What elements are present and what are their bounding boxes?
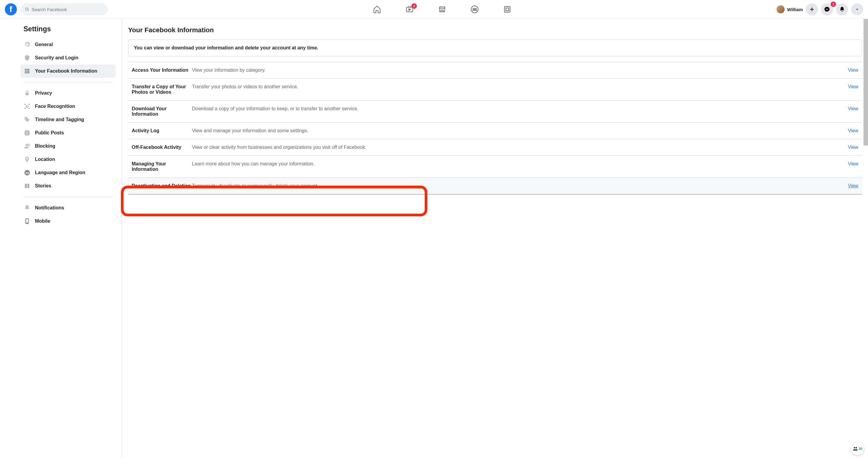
sidebar-item-timeline[interactable]: Timeline and Tagging	[21, 113, 116, 126]
sidebar-item-location[interactable]: Location	[21, 153, 116, 166]
sidebar-item-stories[interactable]: Stories	[21, 179, 116, 193]
sidebar-item-label: Mobile	[35, 219, 50, 224]
grid-icon	[24, 67, 31, 75]
watch-icon[interactable]: 3	[405, 5, 414, 13]
view-link[interactable]: View	[848, 106, 858, 111]
view-link[interactable]: View	[848, 128, 858, 133]
sidebar-item-label: Language and Region	[35, 170, 85, 175]
row-activity-log: Activity Log View and manage your inform…	[128, 123, 862, 139]
svg-line-1	[28, 10, 29, 11]
row-title: Deactivation and Deletion	[132, 183, 192, 189]
svg-point-33	[854, 447, 855, 449]
notifications-button[interactable]	[836, 3, 848, 15]
scrollbar[interactable]	[864, 19, 868, 145]
row-desc: View or clear activity from businesses a…	[192, 144, 840, 150]
svg-point-7	[473, 8, 474, 10]
sidebar-item-label: Timeline and Tagging	[35, 117, 84, 122]
svg-point-8	[475, 8, 476, 10]
view-link[interactable]: View	[848, 84, 858, 89]
svg-rect-17	[27, 70, 28, 72]
row-title: Managing Your Information	[132, 161, 192, 172]
sidebar-item-label: General	[35, 42, 53, 47]
sidebar-item-general[interactable]: General	[21, 38, 116, 51]
row-title: Transfer a Copy of Your Photos or Videos	[132, 84, 192, 95]
mobile-icon	[24, 218, 31, 225]
messenger-icon	[824, 6, 830, 12]
sidebar-item-security[interactable]: Security and Login	[21, 51, 116, 64]
view-link[interactable]: View	[848, 183, 858, 188]
chat-widget[interactable]: 20	[851, 442, 864, 455]
shield-icon	[24, 54, 31, 62]
row-managing: Managing Your Information Learn more abo…	[128, 156, 862, 178]
sidebar-item-blocking[interactable]: Blocking	[21, 139, 116, 153]
chat-count: 20	[859, 447, 862, 451]
row-desc: View and manage your information and som…	[192, 128, 840, 133]
gear-icon	[24, 41, 31, 48]
row-download: Download Your Information Download a cop…	[128, 101, 862, 123]
row-title: Off-Facebook Activity	[132, 144, 192, 150]
info-table: Access Your Information View your inform…	[128, 62, 862, 195]
face-scan-icon	[24, 103, 31, 110]
sidebar-item-label: Stories	[35, 183, 51, 189]
row-title: Activity Log	[132, 128, 192, 133]
view-link[interactable]: View	[848, 161, 858, 166]
svg-marker-3	[409, 9, 410, 10]
svg-rect-9	[504, 7, 510, 12]
svg-text:Aa: Aa	[25, 171, 29, 174]
svg-point-32	[27, 223, 27, 223]
content-wrap: Settings General Security and Login Your…	[0, 19, 868, 458]
block-icon	[24, 142, 31, 150]
search-input[interactable]	[32, 7, 104, 12]
row-deactivation: Deactivation and Deletion Temporarily de…	[128, 178, 862, 195]
sidebar-item-your-information[interactable]: Your Facebook Information	[21, 64, 116, 78]
marketplace-icon[interactable]	[438, 5, 446, 13]
svg-line-28	[28, 144, 30, 146]
people-icon	[852, 446, 858, 451]
sidebar-item-language[interactable]: Aa Language and Region	[21, 166, 116, 179]
view-link[interactable]: View	[848, 67, 858, 73]
groups-icon[interactable]	[470, 5, 479, 13]
svg-rect-19	[25, 72, 26, 73]
info-banner: You can view or download your informatio…	[128, 39, 862, 56]
row-desc: Temporarily deactivate or permanently de…	[192, 183, 840, 189]
svg-point-24	[28, 106, 28, 106]
sidebar-item-label: Privacy	[35, 90, 52, 96]
create-button[interactable]	[806, 3, 818, 15]
bell-icon	[839, 6, 845, 12]
avatar	[776, 5, 785, 13]
svg-rect-14	[27, 69, 28, 70]
row-desc: Learn more about how you can manage your…	[192, 161, 840, 167]
book-icon	[24, 182, 31, 190]
sidebar-item-face-recognition[interactable]: Face Recognition	[21, 100, 116, 113]
svg-rect-10	[506, 8, 508, 10]
view-link[interactable]: View	[848, 144, 858, 150]
messenger-badge: 1	[831, 1, 836, 7]
svg-rect-21	[28, 72, 30, 73]
plus-icon	[809, 6, 815, 12]
search-icon	[25, 7, 29, 12]
row-title: Access Your Information	[132, 67, 192, 73]
messenger-button[interactable]: 1	[821, 3, 833, 15]
nav-center: 3	[108, 5, 776, 13]
svg-rect-20	[27, 72, 28, 73]
svg-rect-22	[26, 93, 29, 95]
main-content: Your Facebook Information You can view o…	[122, 19, 868, 458]
account-menu-button[interactable]	[851, 3, 863, 15]
language-icon: Aa	[24, 169, 31, 176]
row-transfer: Transfer a Copy of Your Photos or Videos…	[128, 79, 862, 101]
row-title: Download Your Information	[132, 106, 192, 117]
sidebar-item-notifications[interactable]: Notifications	[21, 201, 116, 215]
search-input-wrap[interactable]	[21, 3, 108, 15]
user-chip[interactable]: William	[776, 5, 803, 13]
bell-icon	[24, 204, 31, 211]
gaming-icon[interactable]	[503, 5, 512, 13]
sidebar-item-public-posts[interactable]: Public Posts	[21, 126, 116, 139]
svg-rect-18	[28, 70, 30, 72]
sidebar-item-privacy[interactable]: Privacy	[21, 87, 116, 100]
sidebar-item-mobile[interactable]: Mobile	[21, 215, 116, 228]
svg-point-23	[26, 106, 27, 106]
svg-point-0	[25, 8, 28, 10]
sidebar-item-label: Face Recognition	[35, 104, 75, 109]
home-icon[interactable]	[373, 5, 381, 13]
facebook-logo[interactable]: f	[5, 3, 17, 15]
